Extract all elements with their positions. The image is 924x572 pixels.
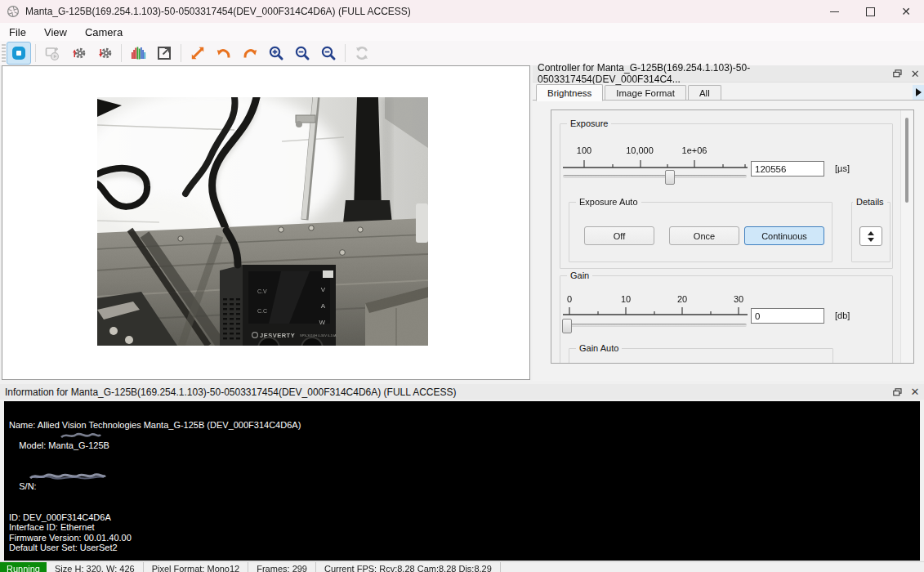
minimize-icon: [830, 11, 839, 12]
status-frames: Frames: 299: [248, 562, 315, 572]
close-icon: ✕: [911, 68, 920, 80]
exposure-slider-track[interactable]: [563, 175, 747, 178]
gain-scale-10: 10: [621, 294, 631, 304]
open-external-window-button[interactable]: [152, 42, 176, 65]
save-settings-button[interactable]: [92, 42, 117, 65]
exposure-scale-10000: 10,000: [626, 145, 654, 155]
toolbar-separator: [345, 44, 346, 62]
gain-slider-handle[interactable]: [562, 319, 572, 333]
fit-to-window-button[interactable]: [185, 42, 210, 65]
menu-camera[interactable]: Camera: [76, 25, 132, 40]
info-line-id: ID: DEV_000F314C4D6A: [9, 512, 920, 523]
gain-scale-ruler: [563, 304, 748, 315]
info-name-text: Name: Allied Vision Technologies Manta_G…: [9, 420, 301, 430]
exposure-auto-continuous-button[interactable]: Continuous: [744, 226, 824, 245]
zoom-original-size-icon: [320, 45, 337, 61]
info-line-serial: S/N:: [9, 471, 920, 512]
info-float-panel-button[interactable]: [888, 386, 906, 399]
tab-all[interactable]: All: [688, 85, 721, 101]
new-viewer-button[interactable]: [40, 42, 65, 65]
status-pixel-format: Pixel Format: Mono12: [144, 562, 248, 572]
gain-group-label: Gain: [567, 270, 592, 280]
details-group-label: Details: [853, 197, 887, 207]
info-line-model: Model: Manta_G-125B: [9, 431, 920, 471]
details-spinner-button[interactable]: [859, 226, 882, 246]
menubar: File View Camera: [0, 23, 924, 41]
gain-scale-30: 30: [734, 294, 743, 304]
gain-group: Gain 0 10 20 30 [db] Gain Auto: [560, 275, 893, 364]
open-external-window-icon: [156, 45, 172, 61]
window-titlebar: Manta_G-125B(169.254.1.103)-50-050331745…: [0, 0, 924, 23]
information-titlebar: Information for Manta_G-125B(169.254.1.1…: [0, 384, 924, 400]
load-settings-icon: [70, 45, 87, 61]
window-title: Manta_G-125B(169.254.1.103)-50-050331745…: [25, 6, 411, 17]
float-panel-button[interactable]: [889, 67, 907, 80]
rotate-right-button[interactable]: [238, 42, 262, 65]
gain-scale-20: 20: [677, 294, 687, 304]
exposure-auto-group-label: Exposure Auto: [576, 197, 641, 207]
zoom-out-icon: [294, 45, 310, 61]
info-line-interface: Interface ID: Ethernet: [9, 522, 920, 533]
statusbar: Running Size H: 320, W: 426 Pixel Format…: [0, 561, 924, 572]
close-button[interactable]: ✕: [888, 0, 924, 23]
spinner-down-icon: [868, 238, 874, 242]
tab-image-format[interactable]: Image Format: [605, 85, 686, 101]
fit-to-window-icon: [190, 45, 206, 61]
zoom-original-size-button[interactable]: [316, 42, 341, 65]
close-icon: ✕: [901, 6, 911, 17]
zoom-in-icon: [268, 45, 284, 61]
acquisition-stop-button[interactable]: [7, 42, 31, 65]
exposure-value-input[interactable]: [751, 161, 824, 177]
close-panel-button[interactable]: ✕: [906, 67, 924, 80]
refresh-button[interactable]: [350, 42, 374, 65]
menu-file[interactable]: File: [0, 25, 35, 40]
exposure-auto-off-button[interactable]: Off: [584, 226, 654, 245]
controller-tabs: Brightness Image Format All: [536, 84, 723, 101]
info-close-panel-button[interactable]: ✕: [906, 386, 924, 399]
new-viewer-icon: [44, 45, 60, 61]
exposure-group: Exposure 100 10,000 1e+06 [µs] Exposure …: [560, 123, 893, 269]
minimize-button[interactable]: [816, 0, 852, 23]
gain-auto-group-label: Gain Auto: [576, 343, 622, 353]
histogram-button[interactable]: [126, 42, 150, 65]
gain-value-input[interactable]: [751, 308, 824, 324]
tab-brightness[interactable]: Brightness: [536, 84, 603, 101]
load-settings-button[interactable]: [66, 42, 91, 65]
information-title: Information for Manta_G-125B(169.254.1.1…: [5, 387, 457, 398]
info-serial-text: S/N:: [19, 481, 38, 491]
controller-scrollbar[interactable]: [900, 110, 913, 363]
maximize-button[interactable]: [852, 0, 888, 23]
toolbar-separator: [121, 44, 122, 62]
info-id-text: ID: DEV_000F314C4D6A: [9, 512, 111, 522]
zoom-in-button[interactable]: [264, 42, 288, 65]
info-line-firmware: Firmware Version: 00.01.40.00: [9, 533, 920, 543]
gain-slider-track[interactable]: [563, 324, 747, 327]
tab-scroll-right-button[interactable]: [913, 85, 924, 100]
status-fps: Current FPS: Rcv:8.28 Cam:8.28 Dis:8.29: [316, 562, 500, 572]
exposure-scale-1e6: 1e+06: [682, 145, 708, 155]
scrollbar-thumb[interactable]: [905, 118, 908, 203]
info-firmware-text: Firmware Version: 00.01.40.00: [9, 533, 132, 543]
float-icon: [893, 388, 902, 396]
acquisition-stop-icon: [11, 45, 27, 61]
status-separator: [500, 562, 501, 572]
zoom-out-button[interactable]: [290, 42, 315, 65]
gain-scale-0: 0: [567, 294, 572, 304]
maximize-icon: [866, 7, 875, 16]
menu-view[interactable]: View: [35, 25, 76, 40]
toolbar-drag-handle[interactable]: [2, 44, 6, 62]
info-model-text: Model: Manta_G-125B: [19, 440, 109, 450]
toolbar-separator: [181, 44, 181, 62]
info-userset-text: Default User Set: UserSet2: [9, 543, 118, 552]
refresh-icon: [354, 45, 370, 61]
aperture-icon: [7, 5, 20, 18]
exposure-auto-once-button[interactable]: Once: [669, 226, 739, 245]
spinner-up-icon: [868, 231, 874, 235]
rotate-left-button[interactable]: [212, 42, 236, 65]
chevron-right-icon: [916, 88, 922, 96]
gain-auto-group: Gain Auto: [569, 348, 833, 364]
controller-panel: Controller for Manta_G-125B(169.254.1.10…: [533, 65, 924, 381]
rotate-left-icon: [216, 45, 232, 61]
exposure-slider-handle[interactable]: [665, 170, 675, 185]
rotate-right-icon: [242, 45, 258, 61]
